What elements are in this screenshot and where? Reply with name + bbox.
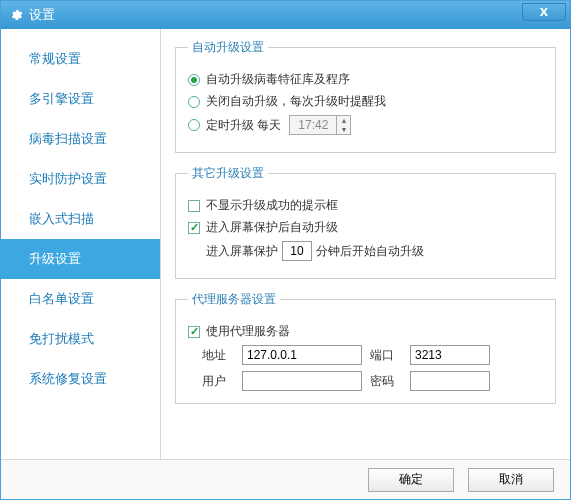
sidebar-item-embedded[interactable]: 嵌入式扫描 xyxy=(1,199,160,239)
sidebar-item-whitelist[interactable]: 白名单设置 xyxy=(1,279,160,319)
window-body: 常规设置 多引擎设置 病毒扫描设置 实时防护设置 嵌入式扫描 升级设置 白名单设… xyxy=(1,29,570,459)
sidebar-item-general[interactable]: 常规设置 xyxy=(1,39,160,79)
sidebar-item-virus-scan[interactable]: 病毒扫描设置 xyxy=(1,119,160,159)
radio-off[interactable]: 关闭自动升级，每次升级时提醒我 xyxy=(188,93,543,110)
checkbox-icon xyxy=(188,326,200,338)
radio-label: 关闭自动升级，每次升级时提醒我 xyxy=(206,93,386,110)
group-other-upgrade: 其它升级设置 不显示升级成功的提示框 进入屏幕保护后自动升级 进入屏幕保护 分钟… xyxy=(175,165,556,279)
close-icon: x xyxy=(540,2,548,19)
sidebar: 常规设置 多引擎设置 病毒扫描设置 实时防护设置 嵌入式扫描 升级设置 白名单设… xyxy=(1,29,161,459)
close-button[interactable]: x xyxy=(522,3,566,21)
radio-label: 定时升级 每天 xyxy=(206,117,281,134)
checkbox-icon xyxy=(188,200,200,212)
sidebar-item-realtime[interactable]: 实时防护设置 xyxy=(1,159,160,199)
radio-auto[interactable]: 自动升级病毒特征库及程序 xyxy=(188,71,543,88)
cancel-button[interactable]: 取消 xyxy=(468,468,554,492)
proxy-grid: 地址 端口 用户 密码 xyxy=(202,345,543,391)
spinner-arrows: ▲ ▼ xyxy=(336,116,350,134)
ok-button[interactable]: 确定 xyxy=(368,468,454,492)
port-input[interactable] xyxy=(410,345,490,365)
checkbox-label: 进入屏幕保护后自动升级 xyxy=(206,219,338,236)
addr-input[interactable] xyxy=(242,345,362,365)
sidebar-item-sysrepair[interactable]: 系统修复设置 xyxy=(1,359,160,399)
group-proxy: 代理服务器设置 使用代理服务器 地址 端口 用户 密码 xyxy=(175,291,556,404)
footer: 确定 取消 xyxy=(1,459,570,499)
checkbox-icon xyxy=(188,222,200,234)
chk-use-proxy[interactable]: 使用代理服务器 xyxy=(188,323,543,340)
chk-hide-success[interactable]: 不显示升级成功的提示框 xyxy=(188,197,543,214)
radio-timed[interactable]: 定时升级 每天 17:42 ▲ ▼ xyxy=(188,115,543,135)
sidebar-item-dnd[interactable]: 免打扰模式 xyxy=(1,319,160,359)
checkbox-label: 不显示升级成功的提示框 xyxy=(206,197,338,214)
user-input[interactable] xyxy=(242,371,362,391)
ss-minutes-input[interactable] xyxy=(282,241,312,261)
legend-auto-upgrade: 自动升级设置 xyxy=(188,39,268,56)
group-auto-upgrade: 自动升级设置 自动升级病毒特征库及程序 关闭自动升级，每次升级时提醒我 定时升级… xyxy=(175,39,556,153)
sidebar-item-upgrade[interactable]: 升级设置 xyxy=(1,239,160,279)
legend-proxy: 代理服务器设置 xyxy=(188,291,280,308)
content-pane: 自动升级设置 自动升级病毒特征库及程序 关闭自动升级，每次升级时提醒我 定时升级… xyxy=(161,29,570,459)
chevron-down-icon[interactable]: ▼ xyxy=(337,125,350,134)
legend-other-upgrade: 其它升级设置 xyxy=(188,165,268,182)
time-spinner[interactable]: 17:42 ▲ ▼ xyxy=(289,115,351,135)
chevron-up-icon[interactable]: ▲ xyxy=(337,116,350,125)
pass-input[interactable] xyxy=(410,371,490,391)
addr-label: 地址 xyxy=(202,347,234,364)
settings-window: 设置 x 常规设置 多引擎设置 病毒扫描设置 实时防护设置 嵌入式扫描 升级设置… xyxy=(0,0,571,500)
port-label: 端口 xyxy=(370,347,402,364)
radio-icon xyxy=(188,74,200,86)
checkbox-label: 使用代理服务器 xyxy=(206,323,290,340)
screensaver-delay-row: 进入屏幕保护 分钟后开始自动升级 xyxy=(206,241,543,261)
ss-prefix: 进入屏幕保护 xyxy=(206,243,278,260)
chk-screensaver-upgrade[interactable]: 进入屏幕保护后自动升级 xyxy=(188,219,543,236)
user-label: 用户 xyxy=(202,373,234,390)
window-title: 设置 xyxy=(29,6,55,24)
radio-icon xyxy=(188,96,200,108)
titlebar: 设置 x xyxy=(1,1,570,29)
radio-label: 自动升级病毒特征库及程序 xyxy=(206,71,350,88)
pass-label: 密码 xyxy=(370,373,402,390)
time-value: 17:42 xyxy=(290,116,336,134)
radio-icon xyxy=(188,119,200,131)
gear-icon xyxy=(9,8,23,22)
sidebar-item-engines[interactable]: 多引擎设置 xyxy=(1,79,160,119)
ss-suffix: 分钟后开始自动升级 xyxy=(316,243,424,260)
